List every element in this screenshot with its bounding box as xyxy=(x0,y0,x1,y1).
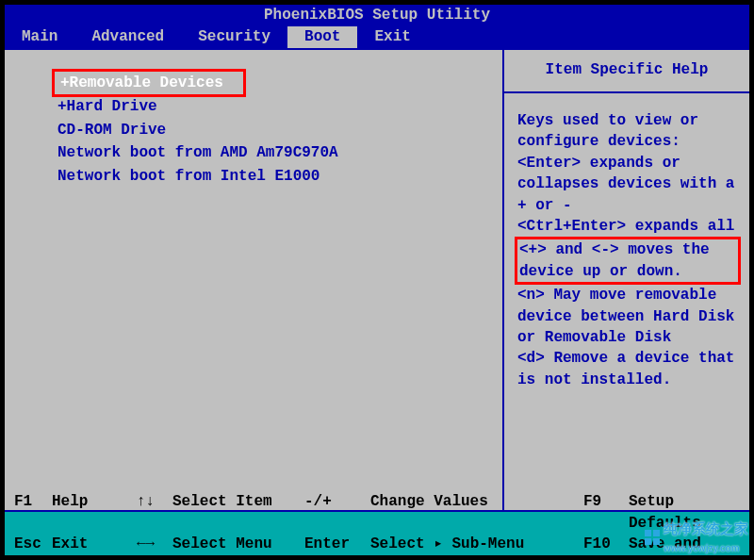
tab-advanced[interactable]: Advanced xyxy=(74,26,181,48)
tab-boot[interactable]: Boot xyxy=(287,26,357,48)
watermark-text: 纯净系统之家 xyxy=(664,520,748,536)
help-line-highlight: <+> and <-> moves the device up or down. xyxy=(515,237,741,285)
bios-window: PhoenixBIOS Setup Utility Main Advanced … xyxy=(3,3,751,557)
label-select-menu: Select Menu xyxy=(172,534,304,560)
help-body: Keys used to view or configure devices: … xyxy=(504,93,749,402)
help-line: <Ctrl+Enter> expands all xyxy=(517,216,738,237)
boot-item-cdrom[interactable]: CD-ROM Drive xyxy=(57,119,502,141)
watermark-logo-icon xyxy=(645,530,660,545)
help-line: <Enter> expands or collapses devices wit… xyxy=(517,153,738,216)
key-leftright: ←→ xyxy=(137,534,172,560)
footer-hints: F1 Help ↑↓ Select Item -/+ Change Values… xyxy=(5,512,749,555)
key-f9: F9 xyxy=(583,491,629,534)
tab-bar: Main Advanced Security Boot Exit xyxy=(5,26,749,48)
label-exit: Exit xyxy=(52,534,137,560)
key-esc: Esc xyxy=(14,534,52,560)
boot-item-label: +Removable Devices xyxy=(60,74,223,91)
help-line: Keys used to view or configure devices: xyxy=(517,110,738,153)
boot-order-panel: +Removable Devices . +Hard Drive CD-ROM … xyxy=(5,50,504,510)
label-select-submenu: Select ▸ Sub-Menu xyxy=(370,534,583,560)
help-line: <n> May move removable device between Ha… xyxy=(517,285,738,348)
content-area: +Removable Devices . +Hard Drive CD-ROM … xyxy=(5,48,749,512)
key-enter: Enter xyxy=(304,534,370,560)
key-f10: F10 xyxy=(583,534,629,560)
boot-item-removable-highlight[interactable]: +Removable Devices xyxy=(52,69,246,97)
tab-main[interactable]: Main xyxy=(5,26,74,48)
boot-item-net-amd[interactable]: Network boot from AMD Am79C970A xyxy=(57,141,502,164)
watermark: 纯净系统之家 www.ycwjzy.com xyxy=(645,520,748,554)
help-line: <d> Remove a device that is not installe… xyxy=(517,348,738,390)
boot-item-hard-drive[interactable]: +Hard Drive xyxy=(57,95,502,118)
title-bar: PhoenixBIOS Setup Utility xyxy=(5,5,749,26)
help-panel: Item Specific Help Keys used to view or … xyxy=(504,50,749,510)
footer-row-2: Esc Exit ←→ Select Menu Enter Select ▸ S… xyxy=(14,534,742,560)
tab-exit[interactable]: Exit xyxy=(357,26,427,48)
boot-item-net-intel[interactable]: Network boot from Intel E1000 xyxy=(57,165,502,188)
tab-security[interactable]: Security xyxy=(181,26,287,48)
help-title: Item Specific Help xyxy=(504,50,749,93)
watermark-url: www.ycwjzy.com xyxy=(664,543,740,553)
